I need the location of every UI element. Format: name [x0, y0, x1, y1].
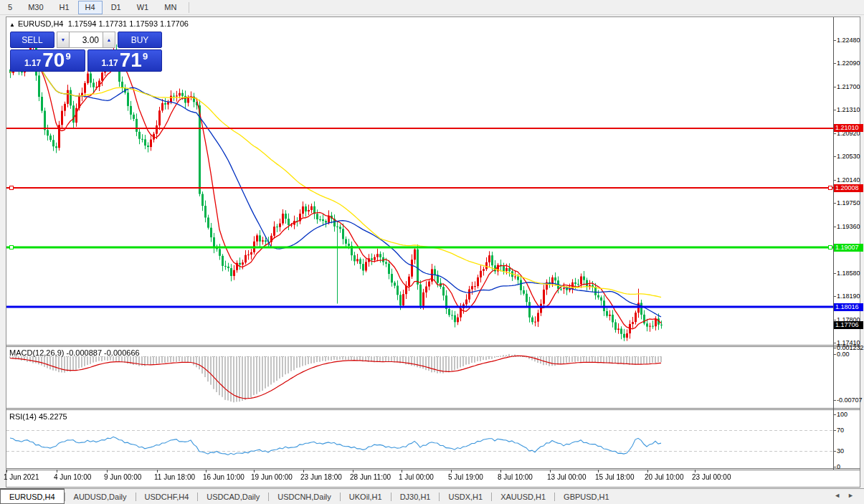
- rsi-value: 45.2275: [39, 412, 67, 421]
- time-axis-tick: [107, 470, 108, 472]
- time-axis-label: 23 Jul 00:00: [692, 473, 731, 481]
- hline-price-label: 1.19007: [834, 244, 863, 252]
- rsi-axis-tick: [833, 467, 836, 467]
- price-axis-tick: [833, 110, 836, 110]
- timeframe-toolbar: 5M30H1H4D1W1MN: [0, 0, 864, 15]
- price-axis-tick: [833, 227, 836, 227]
- price-axis-label: 1.19750: [837, 199, 860, 206]
- low-value: 1.17593: [129, 19, 158, 28]
- timeframe-button-d1[interactable]: D1: [104, 1, 128, 14]
- rsi-axis-tick: [833, 430, 836, 431]
- tab-usdcad[interactable]: USDCAD,Daily: [198, 489, 268, 504]
- time-axis-tick: [303, 470, 304, 472]
- tab-eurusd[interactable]: EURUSD,H4: [0, 488, 65, 504]
- rsi-axis-tick: [833, 414, 836, 415]
- price-axis-tick: [833, 156, 836, 157]
- mt4-terminal: 5M30H1H4D1W1MN ▲EURUSD,H4 1.17594 1.1773…: [0, 0, 864, 504]
- tab-ukoil[interactable]: UKOil,H1: [341, 489, 391, 504]
- macd-signal-value: -0.000666: [104, 348, 140, 357]
- time-axis-tick: [402, 470, 402, 472]
- sell-price-prefix: 1.17: [24, 58, 41, 68]
- price-axis-tick: [833, 63, 836, 64]
- pane-separator[interactable]: [6, 408, 860, 409]
- time-axis-tick: [57, 470, 57, 472]
- tab-usdcnh[interactable]: USDCNH,Daily: [269, 489, 340, 504]
- price-axis-tick: [833, 180, 836, 181]
- buy-price-pip: 9: [143, 51, 148, 62]
- macd-axis-tick: [833, 354, 836, 355]
- time-axis-label: 20 Jul 10:00: [645, 473, 684, 481]
- price-axis-tick: [833, 87, 836, 87]
- time-axis-line: [6, 470, 860, 470]
- time-axis-tick: [157, 470, 158, 472]
- tab-scroll-right-icon[interactable]: ►: [848, 492, 854, 499]
- timeframe-button-w1[interactable]: W1: [130, 1, 156, 14]
- macd-axis-label: -0.00707: [837, 396, 863, 404]
- volume-decrease-button[interactable]: ▼: [57, 32, 70, 48]
- rsi-axis-label: 0: [837, 463, 840, 470]
- collapse-triangle-icon[interactable]: ▲: [9, 22, 15, 28]
- macd-axis-label: 0.00: [837, 351, 850, 358]
- time-axis-label: 15 Jul 18:00: [595, 473, 635, 481]
- tab-usdx[interactable]: USDX,H1: [440, 489, 491, 504]
- macd-name: MACD(12,26,9): [9, 348, 64, 357]
- tab-gbpusd[interactable]: GBPUSD,H1: [555, 489, 618, 504]
- tab-usdchf[interactable]: USDCHF,H4: [136, 489, 198, 504]
- current-price-label: 1.17706: [834, 321, 863, 329]
- hline-price-label: 1.20008: [834, 184, 863, 192]
- rsi-axis-label: 30: [837, 447, 844, 455]
- volume-increase-button[interactable]: ▲: [103, 32, 115, 48]
- sell-button[interactable]: SELL: [10, 32, 54, 48]
- price-axis-label: 1.22480: [837, 37, 860, 44]
- time-axis-label: 1 Jul 00:00: [399, 473, 434, 481]
- timeframe-button-h1[interactable]: H1: [52, 1, 77, 14]
- volume-spinner: ▼ 3.00 ▲: [57, 32, 115, 48]
- timeframe-button-5[interactable]: 5: [1, 1, 19, 14]
- time-axis-tick: [254, 470, 255, 472]
- price-axis-label: 1.22090: [837, 60, 860, 67]
- timeframe-button-h4[interactable]: H4: [78, 1, 103, 14]
- buy-price-button[interactable]: 1.17 71 9: [87, 49, 163, 72]
- hline-price-label: 1.21010: [834, 124, 863, 132]
- open-value: 1.17594: [68, 19, 97, 28]
- price-axis-tick: [833, 273, 836, 274]
- price-axis-tick: [833, 320, 836, 320]
- time-axis-label: 23 Jun 18:00: [300, 473, 342, 481]
- pane-separator[interactable]: [6, 345, 860, 346]
- chart-ohlc-header: ▲EURUSD,H4 1.17594 1.17731 1.17593 1.177…: [9, 19, 189, 28]
- time-axis-tick: [451, 470, 452, 472]
- time-axis-label: 11 Jun 18:00: [154, 473, 195, 481]
- tab-audusd[interactable]: AUDUSD,Daily: [65, 489, 136, 504]
- price-axis-label: 1.18190: [837, 293, 860, 300]
- buy-button[interactable]: BUY: [118, 32, 162, 48]
- pane-separator: [6, 409, 860, 410]
- price-axis-tick: [833, 40, 836, 41]
- macd-axis-tick: [833, 400, 836, 401]
- symbol-label: EURUSD,H4: [18, 19, 64, 28]
- macd-axis-tick: [833, 348, 836, 348]
- price-axis-label: 1.18580: [837, 270, 860, 277]
- one-click-trading-widget: SELL ▼ 3.00 ▲ BUY 1.17 70 9 1.17 71 9: [10, 32, 162, 72]
- macd-hist-value: -0.000887: [66, 348, 102, 357]
- price-axis-tick: [833, 296, 836, 297]
- tab-xauusd[interactable]: XAUUSD,H1: [492, 489, 554, 504]
- price-axis-label: 1.20530: [837, 153, 860, 160]
- price-axis-label: 1.21310: [837, 106, 860, 113]
- volume-input[interactable]: 3.00: [70, 32, 103, 48]
- timeframe-button-m30[interactable]: M30: [21, 1, 50, 14]
- rsi-axis-label: 70: [837, 427, 844, 434]
- time-axis-tick: [353, 470, 353, 472]
- tab-dj30[interactable]: DJ30,H1: [391, 489, 440, 504]
- toolbar-separator: [189, 2, 189, 13]
- time-axis-tick: [695, 470, 696, 472]
- price-axis-tick: [833, 343, 836, 343]
- tab-scroll-left-icon[interactable]: ◄: [834, 492, 840, 499]
- timeframe-button-mn[interactable]: MN: [157, 1, 184, 14]
- rsi-pane-canvas[interactable]: [6, 410, 833, 468]
- chart-tabbar: EURUSD,H4AUDUSD,DailyUSDCHF,H4USDCAD,Dai…: [0, 488, 864, 504]
- sell-price-button[interactable]: 1.17 70 9: [10, 49, 85, 72]
- rsi-axis-label: 100: [837, 411, 848, 418]
- rsi-axis-tick: [833, 451, 836, 452]
- price-axis-label: 1.19360: [837, 223, 860, 230]
- time-axis-label: 5 Jul 19:00: [448, 473, 483, 481]
